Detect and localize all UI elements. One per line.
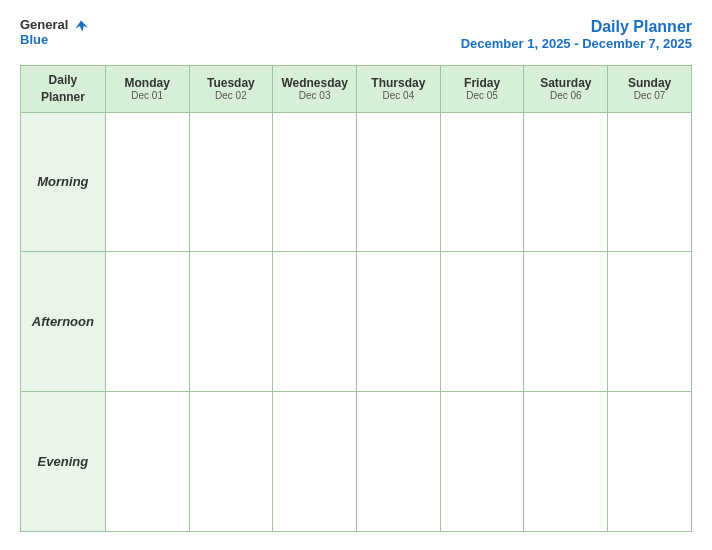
afternoon-label: Afternoon: [21, 252, 106, 392]
morning-sunday[interactable]: [608, 112, 692, 252]
page: General Blue Daily Planner December 1, 2…: [0, 0, 712, 550]
header-daily-planner: DailyPlanner: [21, 66, 106, 113]
morning-wednesday[interactable]: [273, 112, 357, 252]
logo-blue-text: Blue: [20, 33, 48, 47]
morning-tuesday[interactable]: [189, 112, 273, 252]
thursday-date: Dec 04: [359, 90, 438, 101]
morning-thursday[interactable]: [357, 112, 441, 252]
svg-marker-0: [75, 20, 88, 31]
header-sunday: Sunday Dec 07: [608, 66, 692, 113]
planner-subtitle: December 1, 2025 - December 7, 2025: [461, 36, 692, 51]
header-wednesday: Wednesday Dec 03: [273, 66, 357, 113]
logo-general-text: General: [20, 18, 88, 33]
wednesday-name: Wednesday: [275, 76, 354, 90]
morning-label: Morning: [21, 112, 106, 252]
afternoon-saturday[interactable]: [524, 252, 608, 392]
monday-name: Monday: [108, 76, 187, 90]
sunday-date: Dec 07: [610, 90, 689, 101]
header-tuesday: Tuesday Dec 02: [189, 66, 273, 113]
evening-tuesday[interactable]: [189, 392, 273, 532]
title-area: Daily Planner December 1, 2025 - Decembe…: [461, 18, 692, 51]
row-afternoon: Afternoon: [21, 252, 692, 392]
evening-thursday[interactable]: [357, 392, 441, 532]
saturday-date: Dec 06: [526, 90, 605, 101]
morning-friday[interactable]: [440, 112, 524, 252]
morning-saturday[interactable]: [524, 112, 608, 252]
friday-date: Dec 05: [443, 90, 522, 101]
evening-label: Evening: [21, 392, 106, 532]
friday-name: Friday: [443, 76, 522, 90]
logo-area: General Blue: [20, 18, 88, 47]
header: General Blue Daily Planner December 1, 2…: [20, 18, 692, 51]
thursday-name: Thursday: [359, 76, 438, 90]
logo-bird-icon: [74, 19, 88, 33]
afternoon-friday[interactable]: [440, 252, 524, 392]
tuesday-date: Dec 02: [192, 90, 271, 101]
row-evening: Evening: [21, 392, 692, 532]
table-header-row: DailyPlanner Monday Dec 01 Tuesday Dec 0…: [21, 66, 692, 113]
header-friday: Friday Dec 05: [440, 66, 524, 113]
planner-title: Daily Planner: [461, 18, 692, 36]
evening-wednesday[interactable]: [273, 392, 357, 532]
evening-sunday[interactable]: [608, 392, 692, 532]
evening-friday[interactable]: [440, 392, 524, 532]
evening-saturday[interactable]: [524, 392, 608, 532]
header-monday: Monday Dec 01: [105, 66, 189, 113]
wednesday-date: Dec 03: [275, 90, 354, 101]
afternoon-sunday[interactable]: [608, 252, 692, 392]
monday-date: Dec 01: [108, 90, 187, 101]
afternoon-wednesday[interactable]: [273, 252, 357, 392]
afternoon-thursday[interactable]: [357, 252, 441, 392]
morning-monday[interactable]: [105, 112, 189, 252]
row-morning: Morning: [21, 112, 692, 252]
planner-table: DailyPlanner Monday Dec 01 Tuesday Dec 0…: [20, 65, 692, 532]
afternoon-tuesday[interactable]: [189, 252, 273, 392]
sunday-name: Sunday: [610, 76, 689, 90]
header-saturday: Saturday Dec 06: [524, 66, 608, 113]
tuesday-name: Tuesday: [192, 76, 271, 90]
saturday-name: Saturday: [526, 76, 605, 90]
afternoon-monday[interactable]: [105, 252, 189, 392]
header-thursday: Thursday Dec 04: [357, 66, 441, 113]
evening-monday[interactable]: [105, 392, 189, 532]
